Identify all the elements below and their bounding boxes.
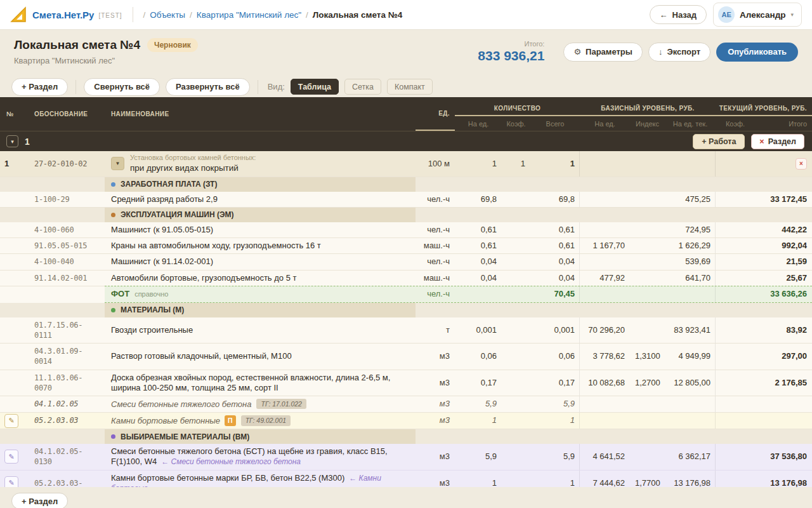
cell-qty-per-unit: 1 bbox=[455, 476, 502, 487]
cell-base-per-unit bbox=[580, 161, 630, 166]
cell-code: 04.3.01.09-0014 bbox=[25, 344, 105, 369]
cell-qty-koef bbox=[502, 402, 530, 407]
page-subtitle: Квартира "Митинский лес" bbox=[14, 56, 198, 65]
cell-base-current bbox=[665, 402, 716, 407]
cell-qty-koef bbox=[502, 227, 530, 232]
parameters-button[interactable]: ⚙ Параметры bbox=[563, 43, 643, 62]
delete-row-button[interactable]: × bbox=[796, 158, 807, 170]
cell-name: Камни бортовые бетонные марки БР, БВ, бе… bbox=[105, 471, 416, 487]
cell-qty-koef bbox=[502, 454, 530, 459]
cell-qty-total: 69,8 bbox=[530, 192, 580, 207]
cell-code: 4-100-060 bbox=[25, 222, 105, 237]
cell-base-index: 1,7700 bbox=[630, 476, 665, 487]
tg-tag: ТГ: 17.01.022 bbox=[256, 399, 306, 409]
cell-qty-per-unit: 69,8 bbox=[455, 192, 502, 207]
breadcrumb-object[interactable]: Квартира "Митинский лес" bbox=[197, 10, 301, 20]
table-row: ✎04.1.02.05-0130Смеси бетонные тяжелого … bbox=[0, 444, 812, 471]
gear-icon: ⚙ bbox=[573, 47, 581, 57]
cell-qty-total: 0,04 bbox=[530, 254, 580, 269]
section-collapse-button[interactable]: ▾ bbox=[6, 135, 18, 147]
cell-qty-per-unit: 0,61 bbox=[455, 222, 502, 237]
user-menu[interactable]: АЕ Александр ▾ bbox=[713, 3, 802, 27]
cell-name: Гвозди строительные bbox=[105, 323, 416, 338]
cell-name: Средний разряд работы 2,9 bbox=[105, 192, 416, 207]
item-name: Краны на автомобильном ходу, грузоподъем… bbox=[111, 241, 321, 250]
cell-qty-koef bbox=[502, 291, 530, 297]
cell-base-current bbox=[665, 418, 716, 424]
grand-total: Итого: 833 936,21 bbox=[478, 40, 544, 64]
cell-code: 4-100-040 bbox=[25, 254, 105, 269]
divider bbox=[75, 80, 76, 94]
expand-row-button[interactable]: ▼ bbox=[111, 157, 124, 170]
p-badge: П bbox=[225, 415, 236, 426]
cell-qty-per-unit: 5,9 bbox=[455, 396, 502, 411]
group-label: МАТЕРИАЛЫ (М) bbox=[121, 305, 184, 314]
brand-name: Смета.Нет.Ру bbox=[32, 10, 94, 20]
col-header-code: ОБОСНОВАНИЕ bbox=[25, 97, 105, 131]
cell-base-current: 539,69 bbox=[665, 254, 716, 269]
breadcrumb-objects[interactable]: Объекты bbox=[150, 10, 185, 20]
cell-qty-per-unit: 0,17 bbox=[455, 375, 502, 391]
delete-section-label: Раздел bbox=[768, 137, 796, 146]
cell-base-current: 83 923,41 bbox=[665, 323, 716, 338]
cell-base-index bbox=[630, 454, 665, 459]
table-row: ✎05.2.03.03Камни бортовые бетонныеПТГ: 4… bbox=[0, 413, 812, 429]
cell-unit: маш.-ч bbox=[416, 238, 455, 253]
view-table-button[interactable]: Таблица bbox=[291, 79, 339, 95]
work-title-main: при других видах покрытий bbox=[130, 163, 256, 174]
add-section-button[interactable]: + Раздел bbox=[11, 78, 68, 96]
cell-base-index bbox=[630, 418, 665, 424]
material-ref: ← Смеси бетонные тяжелого бетона bbox=[161, 457, 301, 466]
collapse-all-button[interactable]: Свернуть всё bbox=[84, 78, 160, 96]
work-title-small: Установка бортовых камней бетонных: bbox=[130, 154, 256, 163]
group-dot-icon bbox=[111, 434, 115, 439]
cell-base-per-unit: 10 082,68 bbox=[580, 375, 630, 391]
cell-unit: маш.-ч bbox=[416, 271, 455, 286]
col-sub-qty-per-unit: На ед. bbox=[455, 116, 502, 131]
publish-button[interactable]: Опубликовать bbox=[716, 43, 798, 62]
edit-pencil-button[interactable]: ✎ bbox=[4, 450, 18, 464]
cell-qty-total: 0,001 bbox=[530, 323, 580, 338]
cell-qty-total: 70,45 bbox=[530, 286, 580, 302]
cell-base-current: 6 362,17 bbox=[665, 449, 716, 464]
group-header-row: ВЫБИРАЕМЫЕ МАТЕРИАЛЫ (ВМ) bbox=[0, 429, 812, 444]
cell-unit: 100 м bbox=[416, 156, 455, 171]
delete-section-button[interactable]: × Раздел bbox=[751, 134, 804, 149]
cell-name: Краны на автомобильном ходу, грузоподъем… bbox=[105, 238, 416, 253]
breadcrumb-separator: / bbox=[190, 10, 192, 20]
cell-name: Машинист (к 91.14.02-001) bbox=[105, 254, 416, 269]
grand-total-value: 833 936,21 bbox=[478, 48, 544, 64]
table-body: 127-02-010-02▼Установка бортовых камней … bbox=[0, 151, 812, 487]
title-block: Локальная смета №4 Черновик Квартира "Ми… bbox=[14, 38, 198, 65]
page-title: Локальная смета №4 bbox=[14, 38, 140, 52]
view-compact-button[interactable]: Компакт bbox=[387, 79, 433, 95]
cell-name: Смеси бетонные тяжелого бетонаТГ: 17.01.… bbox=[105, 396, 416, 412]
add-work-button[interactable]: + Работа bbox=[693, 134, 745, 149]
title-actions: Итого: 833 936,21 ⚙ Параметры ↓ Экспорт … bbox=[478, 40, 798, 64]
col-header-unit: ЕД. bbox=[416, 97, 455, 131]
cell-cur-koef bbox=[716, 454, 755, 459]
group-band: ЭКСПЛУАТАЦИЯ МАШИН (ЭМ) bbox=[105, 208, 416, 222]
cell-base-per-unit: 7 444,62 bbox=[580, 476, 630, 487]
cell-qty-total: 5,9 bbox=[530, 449, 580, 464]
top-bar: Смета.Нет.Ру [TEST] / Объекты / Квартира… bbox=[0, 0, 812, 30]
expand-all-button[interactable]: Развернуть всё bbox=[166, 78, 250, 96]
item-name: Раствор готовый кладочный, цементный, М1… bbox=[111, 351, 292, 361]
back-button[interactable]: ← Назад bbox=[650, 5, 707, 24]
cell-base-per-unit: 1 167,70 bbox=[580, 238, 630, 253]
fot-label: ФОТ bbox=[111, 289, 129, 298]
export-button[interactable]: ↓ Экспорт bbox=[648, 43, 710, 62]
col-group-quantity: КОЛИЧЕСТВО bbox=[455, 97, 580, 116]
cell-unit: м3 bbox=[416, 476, 455, 487]
table-row: 4-100-060Машинист (к 91.05.05-015)чел.-ч… bbox=[0, 222, 812, 238]
cell-total: 33 172,45 bbox=[755, 192, 812, 207]
parameters-button-label: Параметры bbox=[586, 47, 632, 57]
cell-base-per-unit: 3 778,62 bbox=[580, 349, 630, 364]
add-section-bottom-button[interactable]: + Раздел bbox=[11, 493, 68, 508]
view-label: Вид: bbox=[268, 82, 285, 91]
edit-pencil-button[interactable]: ✎ bbox=[4, 414, 18, 428]
view-grid-button[interactable]: Сетка bbox=[344, 79, 381, 95]
edit-pencil-button[interactable]: ✎ bbox=[4, 476, 18, 487]
cell-total bbox=[755, 402, 812, 407]
cell-base-index bbox=[630, 328, 665, 333]
